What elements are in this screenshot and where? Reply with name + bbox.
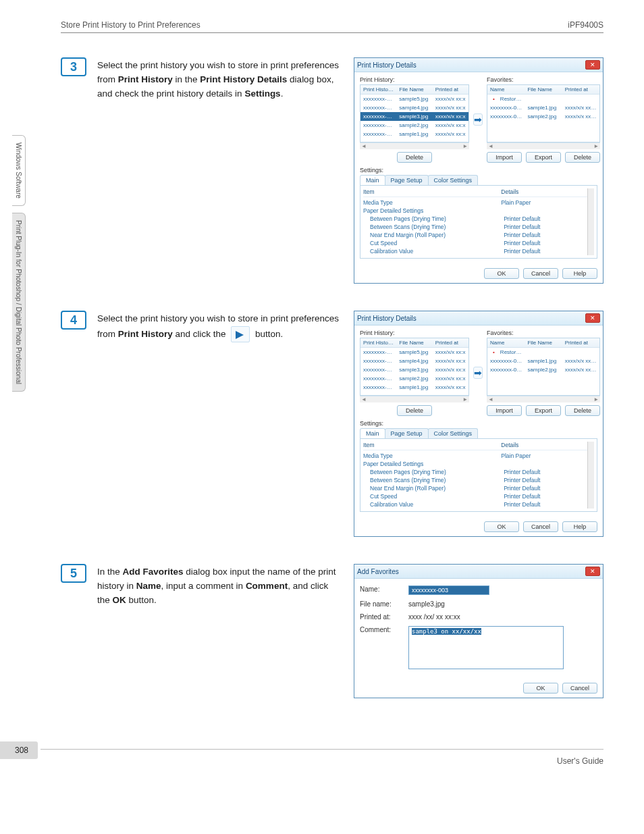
list-item: xxxxxxxx-001sample1.jpgxxxx/x/x xx:x <box>360 383 468 392</box>
dialog-title: Print History Details <box>357 61 417 69</box>
delete-button[interactable]: Delete <box>565 405 600 416</box>
settings-table: ItemDetails Media TypePlain Paper Paper … <box>360 185 597 259</box>
export-button[interactable]: Export <box>526 405 561 416</box>
list-item: •Restore Defaults <box>487 95 599 103</box>
step-badge-4: 4 <box>61 311 86 330</box>
filename-label: File name: <box>360 600 408 608</box>
side-tabs: Windows Software Print Plug-In for Photo… <box>12 135 26 392</box>
ok-button[interactable]: OK <box>523 683 558 694</box>
list-item: •Restore Defaults <box>487 348 599 357</box>
tab-main[interactable]: Main <box>360 428 385 438</box>
side-tab-software[interactable]: Windows Software <box>12 135 26 206</box>
step-badge-3: 3 <box>61 57 86 76</box>
settings-label: Settings: <box>360 167 597 174</box>
help-button[interactable]: Help <box>562 521 597 532</box>
step-3-text: Select the print history you wish to sto… <box>97 57 340 101</box>
dialog-title: Add Favorites <box>357 568 399 575</box>
favorites-list[interactable]: NameFile NamePrinted at •Restore Default… <box>487 84 600 142</box>
page-number: 308 <box>0 741 38 759</box>
list-item: xxxxxxxx-002sample2.jpgxxxx/x/x xx:x <box>360 121 468 130</box>
close-icon[interactable]: ✕ <box>585 60 600 70</box>
list-item: xxxxxxxx-004sample4.jpgxxxx/x/x xx:x <box>360 103 468 112</box>
scroll-horizontal[interactable]: ◄► <box>487 142 600 149</box>
tab-color-settings[interactable]: Color Settings <box>428 175 479 185</box>
scroll-horizontal[interactable]: ◄► <box>360 142 469 149</box>
list-item: xxxxxxxx-002sample2.jpgxxxx/x/x xx:x <box>360 374 468 383</box>
scroll-horizontal[interactable]: ◄► <box>487 396 600 402</box>
printedat-label: Printed at: <box>360 613 408 621</box>
table-row: Calibration ValuePrinter Default <box>363 247 587 255</box>
printedat-value: xxxx /xx/ xx xx:xx <box>408 613 597 621</box>
comment-field[interactable] <box>408 626 564 669</box>
ok-button[interactable]: OK <box>484 268 519 279</box>
side-tab-plugin[interactable]: Print Plug-In for Photoshop / Digital Ph… <box>12 213 26 392</box>
table-row: Paper Detailed Settings <box>363 207 587 215</box>
delete-button[interactable]: Delete <box>565 152 600 163</box>
filename-value: sample3.jpg <box>408 600 597 608</box>
import-button[interactable]: Import <box>487 152 522 163</box>
scroll-vertical[interactable] <box>587 442 594 509</box>
cancel-button[interactable]: Cancel <box>562 683 597 694</box>
cancel-button[interactable]: Cancel <box>523 521 558 532</box>
settings-table: ItemDetails Media TypePlain Paper Paper … <box>360 438 597 512</box>
name-label: Name: <box>360 585 408 593</box>
footer-guide: User's Guide <box>557 756 603 766</box>
export-button[interactable]: Export <box>526 152 561 163</box>
model-name: iPF9400S <box>568 20 603 30</box>
dialog-title: Print History Details <box>357 315 417 322</box>
name-field[interactable] <box>408 585 489 595</box>
favorites-label: Favorites: <box>487 76 600 83</box>
arrow-right-icon <box>231 326 250 342</box>
tab-page-setup[interactable]: Page Setup <box>385 428 429 438</box>
step-badge-5: 5 <box>61 564 86 583</box>
list-item: xxxxxxxx-002sample2.jpgxxxx/x/x xx:xx <box>487 112 599 121</box>
add-favorites-dialog: Add Favorites ✕ Name: File name: sample3… <box>354 564 603 698</box>
tab-color-settings[interactable]: Color Settings <box>428 428 479 438</box>
step-4-text: Select the print history you wish to sto… <box>97 311 340 342</box>
delete-button[interactable]: Delete <box>397 405 432 416</box>
delete-button[interactable]: Delete <box>397 152 432 163</box>
move-right-icon[interactable]: ➡ <box>473 367 483 379</box>
step-5-text: In the Add Favorites dialog box input th… <box>97 564 340 608</box>
import-button[interactable]: Import <box>487 405 522 416</box>
print-history-details-dialog: Print History Details ✕ Print History: P… <box>354 311 603 537</box>
list-item: xxxxxxxx-001sample1.jpgxxxx/x/x xx:xx <box>487 357 599 365</box>
comment-label: Comment: <box>360 626 408 633</box>
list-item: xxxxxxxx-005sample5.jpgxxxx/x/x xx:x <box>360 95 468 103</box>
tab-page-setup[interactable]: Page Setup <box>385 175 429 185</box>
close-icon[interactable]: ✕ <box>585 313 600 323</box>
list-item: xxxxxxxx-005sample5.jpgxxxx/x/x xx:x <box>360 348 468 357</box>
table-row: Media TypePlain Paper <box>363 199 587 207</box>
list-item: xxxxxxxx-003sample3.jpgxxxx/x/x xx:x <box>360 365 468 374</box>
help-button[interactable]: Help <box>562 268 597 279</box>
table-row: Between Pages (Drying Time)Printer Defau… <box>363 215 587 223</box>
print-history-list[interactable]: Print History Nu...File NamePrinted at x… <box>360 338 469 396</box>
list-item: xxxxxxxx-002sample2.jpgxxxx/x/x xx:xx <box>487 365 599 374</box>
print-history-label: Print History: <box>360 76 469 83</box>
move-right-icon[interactable]: ➡ <box>473 113 483 126</box>
table-row: Cut SpeedPrinter Default <box>363 239 587 247</box>
list-item: xxxxxxxx-001sample1.jpgxxxx/x/x xx:x <box>360 130 468 138</box>
close-icon[interactable]: ✕ <box>585 567 600 576</box>
scroll-vertical[interactable] <box>587 188 594 255</box>
list-item: xxxxxxxx-001sample1.jpgxxxx/x/x xx:xx <box>487 103 599 112</box>
list-item-selected: xxxxxxxx-003sample3.jpgxxxx/x/x xx:x <box>360 112 468 121</box>
print-history-details-dialog: Print History Details ✕ Print History: P… <box>354 57 603 284</box>
scroll-horizontal[interactable]: ◄► <box>360 396 469 402</box>
list-item: xxxxxxxx-004sample4.jpgxxxx/x/x xx:x <box>360 357 468 365</box>
cancel-button[interactable]: Cancel <box>523 268 558 279</box>
table-row: Between Scans (Drying Time)Printer Defau… <box>363 223 587 231</box>
tab-main[interactable]: Main <box>360 175 385 185</box>
table-row: Near End Margin (Roll Paper)Printer Defa… <box>363 231 587 239</box>
print-history-list[interactable]: Print History Nu...File NamePrinted at x… <box>360 84 469 142</box>
breadcrumb: Store Print History to Print Preferences <box>61 20 200 30</box>
favorites-list[interactable]: NameFile NamePrinted at •Restore Default… <box>487 338 600 396</box>
ok-button[interactable]: OK <box>484 521 519 532</box>
